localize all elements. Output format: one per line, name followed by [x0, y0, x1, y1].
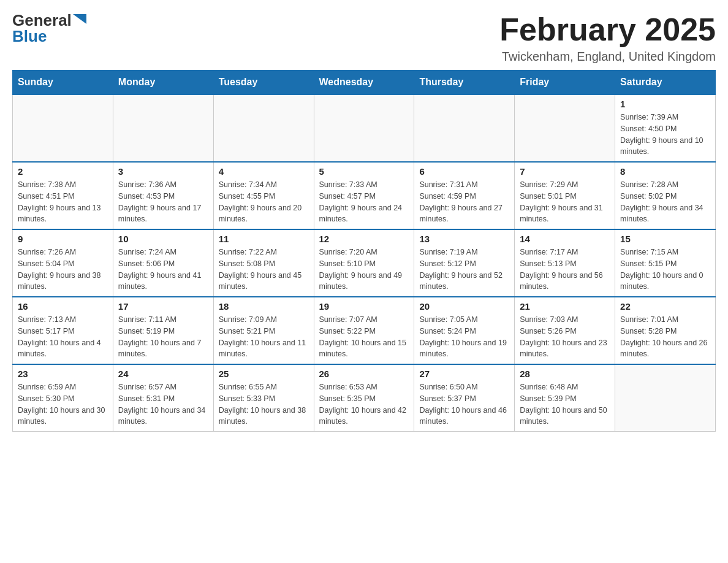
calendar-week-row-3: 9Sunrise: 7:26 AM Sunset: 5:04 PM Daylig… [13, 229, 716, 297]
calendar-cell: 10Sunrise: 7:24 AM Sunset: 5:06 PM Dayli… [113, 229, 213, 297]
day-info: Sunrise: 7:26 AM Sunset: 5:04 PM Dayligh… [18, 247, 108, 293]
calendar-cell: 8Sunrise: 7:28 AM Sunset: 5:02 PM Daylig… [615, 162, 716, 229]
calendar-cell: 20Sunrise: 7:05 AM Sunset: 5:24 PM Dayli… [414, 297, 515, 364]
calendar-cell: 14Sunrise: 7:17 AM Sunset: 5:13 PM Dayli… [515, 229, 615, 297]
day-info: Sunrise: 7:33 AM Sunset: 4:57 PM Dayligh… [319, 179, 409, 225]
day-number: 16 [18, 301, 108, 312]
calendar-cell: 13Sunrise: 7:19 AM Sunset: 5:12 PM Dayli… [414, 229, 515, 297]
day-info: Sunrise: 6:55 AM Sunset: 5:33 PM Dayligh… [219, 381, 309, 427]
calendar-header-thursday: Thursday [414, 71, 515, 95]
day-number: 15 [620, 234, 710, 244]
day-number: 5 [319, 166, 409, 177]
day-info: Sunrise: 7:29 AM Sunset: 5:01 PM Dayligh… [520, 179, 610, 225]
page-header: General Blue February 2025 Twickenham, E… [12, 12, 716, 64]
calendar-cell: 5Sunrise: 7:33 AM Sunset: 4:57 PM Daylig… [314, 162, 414, 229]
day-number: 2 [18, 166, 108, 177]
calendar-cell: 17Sunrise: 7:11 AM Sunset: 5:19 PM Dayli… [113, 297, 213, 364]
calendar-header-monday: Monday [113, 71, 213, 95]
day-number: 6 [419, 166, 509, 177]
calendar-header-saturday: Saturday [615, 71, 716, 95]
day-number: 26 [319, 369, 409, 379]
day-number: 24 [118, 369, 208, 379]
day-info: Sunrise: 6:50 AM Sunset: 5:37 PM Dayligh… [419, 381, 509, 427]
day-number: 25 [219, 369, 309, 379]
calendar-week-row-5: 23Sunrise: 6:59 AM Sunset: 5:30 PM Dayli… [13, 364, 716, 432]
day-info: Sunrise: 7:09 AM Sunset: 5:21 PM Dayligh… [219, 314, 309, 360]
calendar-cell: 7Sunrise: 7:29 AM Sunset: 5:01 PM Daylig… [515, 162, 615, 229]
day-info: Sunrise: 7:38 AM Sunset: 4:51 PM Dayligh… [18, 179, 108, 225]
calendar-cell [314, 94, 414, 162]
calendar-week-row-1: 1Sunrise: 7:39 AM Sunset: 4:50 PM Daylig… [13, 94, 716, 162]
day-info: Sunrise: 7:01 AM Sunset: 5:28 PM Dayligh… [620, 314, 710, 360]
day-info: Sunrise: 6:53 AM Sunset: 5:35 PM Dayligh… [319, 381, 409, 427]
day-number: 8 [620, 166, 710, 177]
day-info: Sunrise: 7:22 AM Sunset: 5:08 PM Dayligh… [219, 247, 309, 293]
day-info: Sunrise: 7:17 AM Sunset: 5:13 PM Dayligh… [520, 247, 610, 293]
day-number: 3 [118, 166, 208, 177]
calendar-cell: 12Sunrise: 7:20 AM Sunset: 5:10 PM Dayli… [314, 229, 414, 297]
day-number: 27 [419, 369, 509, 379]
day-info: Sunrise: 6:48 AM Sunset: 5:39 PM Dayligh… [520, 381, 610, 427]
day-number: 17 [118, 301, 208, 312]
calendar-week-row-2: 2Sunrise: 7:38 AM Sunset: 4:51 PM Daylig… [13, 162, 716, 229]
calendar-cell: 15Sunrise: 7:15 AM Sunset: 5:15 PM Dayli… [615, 229, 716, 297]
day-info: Sunrise: 7:28 AM Sunset: 5:02 PM Dayligh… [620, 179, 710, 225]
day-info: Sunrise: 7:36 AM Sunset: 4:53 PM Dayligh… [118, 179, 208, 225]
calendar-cell: 25Sunrise: 6:55 AM Sunset: 5:33 PM Dayli… [213, 364, 314, 432]
day-number: 23 [18, 369, 108, 379]
calendar-header-sunday: Sunday [13, 71, 113, 95]
calendar-cell: 1Sunrise: 7:39 AM Sunset: 4:50 PM Daylig… [615, 94, 716, 162]
day-number: 4 [219, 166, 309, 177]
day-number: 18 [219, 301, 309, 312]
svg-marker-0 [73, 14, 86, 24]
calendar-cell: 2Sunrise: 7:38 AM Sunset: 4:51 PM Daylig… [13, 162, 113, 229]
day-number: 28 [520, 369, 610, 379]
day-number: 10 [118, 234, 208, 244]
day-number: 22 [620, 301, 710, 312]
calendar-header-wednesday: Wednesday [314, 71, 414, 95]
calendar-cell: 19Sunrise: 7:07 AM Sunset: 5:22 PM Dayli… [314, 297, 414, 364]
calendar-cell: 21Sunrise: 7:03 AM Sunset: 5:26 PM Dayli… [515, 297, 615, 364]
logo-triangle-icon [73, 14, 86, 24]
day-info: Sunrise: 7:13 AM Sunset: 5:17 PM Dayligh… [18, 314, 108, 360]
calendar-week-row-4: 16Sunrise: 7:13 AM Sunset: 5:17 PM Dayli… [13, 297, 716, 364]
day-info: Sunrise: 6:59 AM Sunset: 5:30 PM Dayligh… [18, 381, 108, 427]
logo-blue-text: Blue [12, 28, 47, 44]
day-number: 19 [319, 301, 409, 312]
day-info: Sunrise: 7:03 AM Sunset: 5:26 PM Dayligh… [520, 314, 610, 360]
day-number: 11 [219, 234, 309, 244]
calendar-cell: 28Sunrise: 6:48 AM Sunset: 5:39 PM Dayli… [515, 364, 615, 432]
calendar-cell: 16Sunrise: 7:13 AM Sunset: 5:17 PM Dayli… [13, 297, 113, 364]
day-number: 12 [319, 234, 409, 244]
day-number: 9 [18, 234, 108, 244]
day-info: Sunrise: 7:19 AM Sunset: 5:12 PM Dayligh… [419, 247, 509, 293]
calendar-cell [615, 364, 716, 432]
calendar-header-tuesday: Tuesday [213, 71, 314, 95]
title-area: February 2025 Twickenham, England, Unite… [499, 12, 716, 64]
calendar-cell [213, 94, 314, 162]
calendar-cell: 6Sunrise: 7:31 AM Sunset: 4:59 PM Daylig… [414, 162, 515, 229]
day-info: Sunrise: 7:31 AM Sunset: 4:59 PM Dayligh… [419, 179, 509, 225]
day-number: 7 [520, 166, 610, 177]
day-number: 1 [620, 99, 710, 109]
calendar-cell: 22Sunrise: 7:01 AM Sunset: 5:28 PM Dayli… [615, 297, 716, 364]
day-number: 13 [419, 234, 509, 244]
calendar-cell [515, 94, 615, 162]
day-info: Sunrise: 7:34 AM Sunset: 4:55 PM Dayligh… [219, 179, 309, 225]
calendar-cell: 27Sunrise: 6:50 AM Sunset: 5:37 PM Dayli… [414, 364, 515, 432]
day-number: 20 [419, 301, 509, 312]
day-info: Sunrise: 7:20 AM Sunset: 5:10 PM Dayligh… [319, 247, 409, 293]
logo-general-text: General [12, 12, 72, 28]
day-info: Sunrise: 7:24 AM Sunset: 5:06 PM Dayligh… [118, 247, 208, 293]
calendar-cell: 11Sunrise: 7:22 AM Sunset: 5:08 PM Dayli… [213, 229, 314, 297]
day-info: Sunrise: 7:07 AM Sunset: 5:22 PM Dayligh… [319, 314, 409, 360]
calendar-cell: 23Sunrise: 6:59 AM Sunset: 5:30 PM Dayli… [13, 364, 113, 432]
calendar-table: SundayMondayTuesdayWednesdayThursdayFrid… [12, 70, 716, 432]
calendar-cell [13, 94, 113, 162]
day-info: Sunrise: 7:39 AM Sunset: 4:50 PM Dayligh… [620, 112, 710, 158]
calendar-cell: 24Sunrise: 6:57 AM Sunset: 5:31 PM Dayli… [113, 364, 213, 432]
day-number: 21 [520, 301, 610, 312]
calendar-header-friday: Friday [515, 71, 615, 95]
calendar-cell: 9Sunrise: 7:26 AM Sunset: 5:04 PM Daylig… [13, 229, 113, 297]
calendar-cell [113, 94, 213, 162]
